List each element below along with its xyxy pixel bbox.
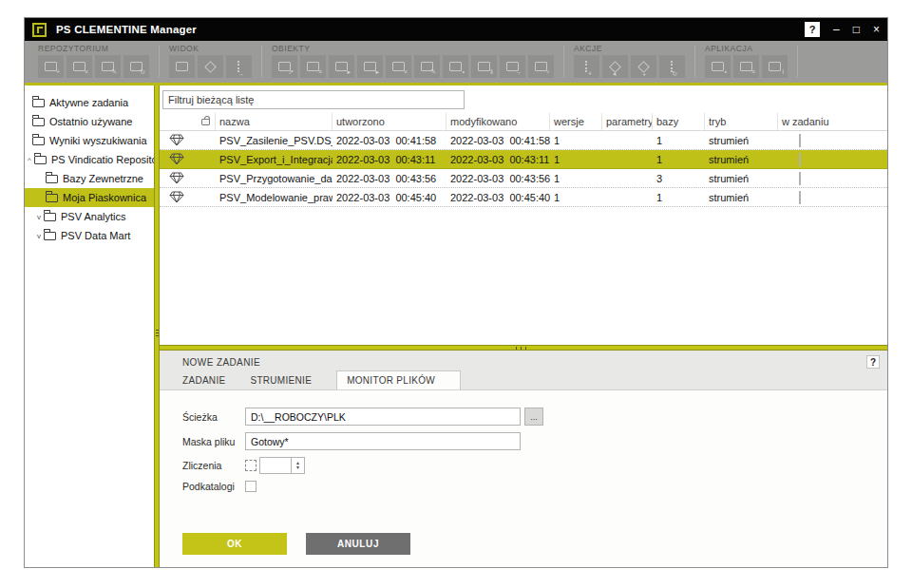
- sidebar-item-ostatnio-uzywane[interactable]: Ostatnio używane: [25, 112, 154, 131]
- list-import-icon: ▸: [364, 62, 376, 71]
- help-button[interactable]: ?: [805, 22, 820, 37]
- action-stop-button[interactable]: ▪: [631, 55, 656, 78]
- cell-modified: 2022-03-03 00:43:56: [446, 173, 550, 184]
- tab-zadanie[interactable]: ZADANIE: [182, 371, 237, 389]
- cell-modified: 2022-03-03 00:45:40: [446, 192, 550, 203]
- filter-input[interactable]: [162, 90, 465, 109]
- in-task-checkbox[interactable]: [799, 191, 801, 204]
- repo-refresh-button[interactable]: ↻: [124, 55, 149, 78]
- group-label: AKCJE: [574, 44, 685, 53]
- in-task-checkbox[interactable]: [799, 134, 801, 147]
- arrow-box-icon: →: [506, 62, 519, 71]
- collapse-arrow-icon[interactable]: ^: [25, 156, 34, 164]
- cancel-button[interactable]: ANULUJ: [306, 533, 410, 555]
- browse-button[interactable]: ...: [524, 408, 543, 426]
- app-icon: [32, 23, 47, 37]
- column-tryb[interactable]: tryb: [705, 113, 778, 130]
- object-list-import-button[interactable]: ▸: [357, 55, 383, 78]
- ok-button[interactable]: OK: [182, 533, 287, 555]
- cell-mode: strumień: [705, 192, 778, 203]
- cell-created: 2022-03-03 00:43:56: [332, 173, 446, 184]
- expand-arrow-icon[interactable]: v: [34, 213, 44, 221]
- diamond-run-icon: ▸: [609, 61, 621, 73]
- object-pause-button[interactable]: ‖: [471, 55, 497, 78]
- table-row[interactable]: PSV_Modelowanie_prawd_wpl_ 2022-03-03 00…: [160, 188, 887, 207]
- table-header[interactable]: nazwa utworzono modyfikowano wersje para…: [160, 113, 887, 131]
- tab-strumienie[interactable]: STRUMIENIE: [250, 371, 323, 389]
- column-wersje[interactable]: wersje: [550, 113, 602, 130]
- object-export-button[interactable]: ↗: [272, 55, 297, 78]
- object-search-button[interactable]: ∘: [528, 55, 554, 78]
- sidebar-item-bazy-zewnetrzne[interactable]: Bazy Zewnetrzne: [25, 169, 154, 188]
- stream-diamond-icon: [169, 153, 184, 165]
- sidebar-item-psv-analytics[interactable]: vPSV Analytics: [25, 207, 154, 226]
- view-flow-button[interactable]: →: [226, 55, 252, 78]
- count-spinner[interactable]: ▴▾: [292, 457, 305, 474]
- repo-delete-button[interactable]: ×: [66, 55, 92, 78]
- count-checkbox[interactable]: [245, 460, 256, 471]
- horizontal-splitter[interactable]: [160, 345, 887, 351]
- sidebar-item-moja-piaskownica[interactable]: Moja Piaskownica: [25, 188, 154, 207]
- app-info-button[interactable]: i: [762, 55, 788, 78]
- column-modyfikowano[interactable]: modyfikowano: [446, 113, 550, 130]
- action-schedule-button[interactable]: ↻: [659, 55, 685, 78]
- new-task-panel: NOWE ZADANIE ? ZADANIE STRUMIENIE MONITO…: [160, 351, 887, 567]
- splitter-grip: [156, 328, 159, 338]
- object-lock-button[interactable]: •: [443, 55, 468, 78]
- action-run-button[interactable]: ▸: [602, 55, 628, 78]
- sidebar-item-psv-data-mart[interactable]: vPSV Data Mart: [25, 226, 154, 245]
- column-w-zadaniu[interactable]: w zadaniu: [778, 113, 887, 130]
- sidebar-item-aktywne-zadania[interactable]: Aktywne zadania: [25, 93, 154, 112]
- toolbar-separator: [797, 46, 798, 77]
- group-label: APLIKACJA: [705, 44, 788, 53]
- object-delete-button[interactable]: ×: [386, 55, 411, 78]
- object-edit-button[interactable]: ✎: [414, 55, 440, 78]
- lock-column-header[interactable]: [194, 113, 216, 130]
- app-accounts-button[interactable]: ▪: [705, 55, 731, 78]
- column-utworzono[interactable]: utworzono: [332, 113, 446, 130]
- tab-monitor-plikow[interactable]: MONITOR PLIKÓW: [336, 370, 461, 390]
- sidebar-item-wyniki-wyszukiwania[interactable]: Wyniki wyszukiwania: [25, 131, 154, 150]
- action-add-button[interactable]: +: [574, 55, 599, 78]
- file-mask-input[interactable]: [245, 432, 521, 450]
- path-input[interactable]: [245, 408, 521, 426]
- group-label: WIDOK: [169, 44, 252, 53]
- toolbar-separator: [694, 46, 695, 77]
- header-spacer: [160, 113, 194, 130]
- subdirectories-checkbox[interactable]: [245, 481, 256, 492]
- repo-edit-button[interactable]: ✎: [95, 55, 121, 78]
- minimize-button[interactable]: –: [833, 24, 840, 35]
- folder-icon: [46, 175, 58, 183]
- repo-add-button[interactable]: +: [38, 55, 64, 78]
- in-task-checkbox[interactable]: [799, 153, 801, 166]
- column-nazwa[interactable]: nazwa: [216, 113, 332, 130]
- object-move-button[interactable]: →: [500, 55, 525, 78]
- column-parametry[interactable]: parametry: [602, 113, 653, 130]
- app-list-button[interactable]: ≡: [733, 55, 759, 78]
- spinner-down-icon[interactable]: ▾: [296, 465, 299, 470]
- maximize-button[interactable]: □: [853, 24, 860, 35]
- table-row[interactable]: PSV_Przygotowanie_danych.str 2022-03-03 …: [160, 169, 887, 188]
- view-streams-button[interactable]: [198, 55, 223, 78]
- title-bar: PS CLEMENTINE Manager ? – □ ×: [25, 18, 887, 41]
- cell-mode: strumień: [705, 173, 778, 184]
- subdirectories-label: Podkatalogi: [182, 481, 245, 492]
- sidebar-item-ps-vindicatio-repository[interactable]: ^PS Vindicatio Repository: [25, 150, 154, 169]
- cell-mode: strumień: [705, 135, 778, 146]
- column-bazy[interactable]: bazy: [653, 113, 705, 130]
- object-list-panel: nazwa utworzono modyfikowano wersje para…: [160, 85, 887, 345]
- view-objects-button[interactable]: ∙: [169, 55, 195, 78]
- object-list-export-button[interactable]: ≡: [300, 55, 326, 78]
- object-import-button[interactable]: ▸: [329, 55, 354, 78]
- table-row[interactable]: PSV_Zasilenie_PSV.DS_DLUG_A 2022-03-03 0…: [160, 131, 887, 150]
- expand-arrow-icon[interactable]: v: [34, 232, 44, 240]
- cell-bases: 1: [653, 192, 705, 203]
- in-task-checkbox[interactable]: [799, 172, 801, 185]
- file-mask-label: Maska pliku: [182, 436, 245, 447]
- panel-help-button[interactable]: ?: [866, 355, 880, 369]
- count-input[interactable]: [259, 457, 292, 474]
- folder-icon: [32, 99, 45, 107]
- folder-icon: [32, 137, 45, 145]
- close-button[interactable]: ×: [873, 24, 880, 35]
- table-row-selected[interactable]: PSV_Export_i_Integracja_danyc 2022-03-03…: [160, 150, 887, 169]
